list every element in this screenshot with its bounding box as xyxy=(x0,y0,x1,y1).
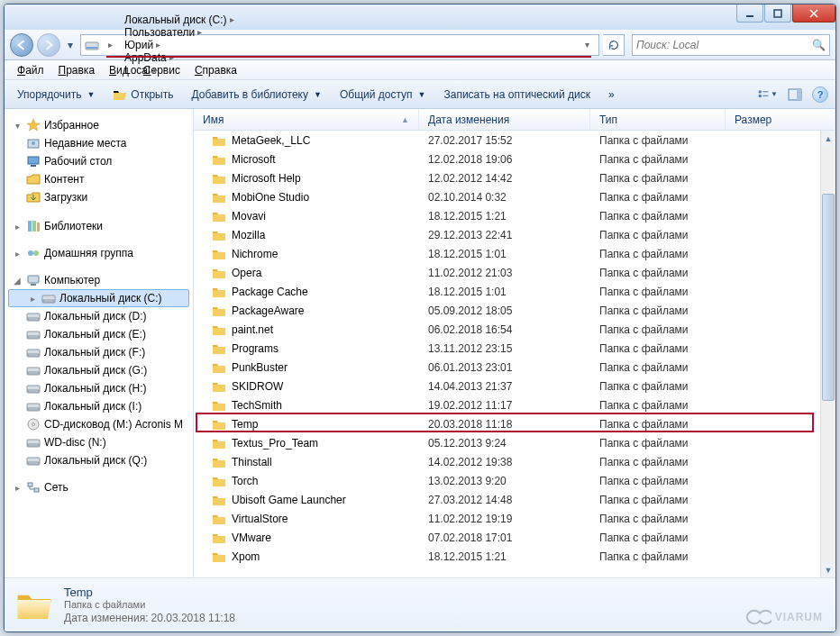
breadcrumb-root-sep[interactable]: ▸ xyxy=(101,35,120,55)
folder-icon xyxy=(212,456,226,468)
fav-icon xyxy=(26,154,41,168)
share-button[interactable]: Общий доступ▼ xyxy=(334,86,432,104)
sidebar-drive-9[interactable]: Локальный диск (Q:) xyxy=(5,451,193,469)
drive-icon xyxy=(26,327,41,341)
refresh-button[interactable] xyxy=(603,34,625,56)
table-row[interactable]: MobiOne Studio02.10.2014 0:32Папка с фай… xyxy=(194,187,835,206)
close-button[interactable] xyxy=(792,5,835,23)
column-headers: Имя▲ Дата изменения Тип Размер xyxy=(194,109,835,131)
table-row[interactable]: Package Cache18.12.2015 1:01Папка с файл… xyxy=(194,282,835,301)
help-button[interactable]: ? xyxy=(812,86,828,103)
file-list[interactable]: MetaGeek,_LLC27.02.2017 15:52Папка с фай… xyxy=(194,131,835,577)
sidebar-fav-3[interactable]: Загрузки xyxy=(5,188,193,206)
table-row[interactable]: Ubisoft Game Launcher27.03.2012 14:48Пап… xyxy=(194,490,835,509)
sidebar-favorites[interactable]: ▾Избранное xyxy=(5,116,193,134)
open-button[interactable]: Открыть xyxy=(107,86,178,104)
forward-button[interactable] xyxy=(37,33,60,57)
preview-pane-button[interactable] xyxy=(785,85,805,104)
col-name[interactable]: Имя▲ xyxy=(194,109,419,130)
table-row[interactable]: Mozilla29.12.2013 22:41Папка с файлами xyxy=(194,225,835,244)
add-to-library-button[interactable]: Добавить в библиотеку▼ xyxy=(186,86,326,104)
table-row[interactable]: VirtualStore11.02.2012 19:19Папка с файл… xyxy=(194,509,835,528)
sidebar-drive-4[interactable]: Локальный диск (G:) xyxy=(5,361,193,379)
folder-icon xyxy=(212,153,226,166)
col-type[interactable]: Тип xyxy=(590,109,726,130)
table-row[interactable]: MetaGeek,_LLC27.02.2017 15:52Папка с фай… xyxy=(194,131,835,150)
breadcrumb-3[interactable]: AppData▸ xyxy=(120,51,242,64)
table-row[interactable]: Xpom18.12.2015 1:21Папка с файлами xyxy=(194,547,835,566)
table-row[interactable]: Microsoft Help12.02.2012 14:42Папка с фа… xyxy=(194,168,835,187)
svg-point-18 xyxy=(33,250,39,256)
sidebar-drive-1[interactable]: Локальный диск (D:) xyxy=(5,307,193,325)
history-dropdown[interactable]: ▾ xyxy=(64,35,77,55)
sidebar-drive-2[interactable]: Локальный диск (E:) xyxy=(5,325,193,343)
menu-правка[interactable]: Правка xyxy=(53,62,101,78)
breadcrumb-2[interactable]: Юрий▸ xyxy=(120,39,242,51)
svg-point-36 xyxy=(32,423,35,426)
col-date[interactable]: Дата изменения xyxy=(419,109,590,130)
folder-open-icon xyxy=(113,88,127,101)
drive-icon xyxy=(26,435,41,450)
libraries-icon xyxy=(26,219,41,233)
sidebar-libraries[interactable]: ▸Библиотеки xyxy=(5,217,193,235)
sidebar-fav-1[interactable]: Рабочий стол xyxy=(5,152,193,170)
sidebar-fav-2[interactable]: Контент xyxy=(5,170,193,188)
folder-icon xyxy=(212,399,226,412)
svg-rect-22 xyxy=(43,300,54,302)
toolbar-overflow[interactable]: » xyxy=(603,86,620,104)
svg-point-17 xyxy=(28,250,33,256)
table-row[interactable]: PunkBuster06.01.2013 23:01Папка с файлам… xyxy=(194,358,835,377)
sidebar-drive-5[interactable]: Локальный диск (H:) xyxy=(5,379,193,397)
table-row[interactable]: Temp20.03.2018 11:18Папка с файлами xyxy=(194,414,835,433)
table-row[interactable]: Textus_Pro_Team05.12.2013 9:24Папка с фа… xyxy=(194,433,835,452)
scroll-down[interactable]: ▼ xyxy=(821,562,835,577)
folder-icon xyxy=(212,248,226,260)
details-pane: Temp Папка с файлами Дата изменения: 20.… xyxy=(5,577,835,631)
breadcrumb-1[interactable]: Пользователи▸ xyxy=(120,26,242,39)
sidebar-computer[interactable]: ◢Компьютер xyxy=(5,271,193,289)
table-row[interactable]: Nichrome18.12.2015 1:01Папка с файлами xyxy=(194,244,835,263)
scroll-up[interactable]: ▲ xyxy=(821,131,835,146)
maximize-button[interactable] xyxy=(764,5,791,23)
sidebar-drive-7[interactable]: CD-дисковод (M:) Acronis M xyxy=(5,415,193,433)
table-row[interactable]: Opera11.02.2012 21:03Папка с файлами xyxy=(194,263,835,282)
menu-файл[interactable]: Файл xyxy=(12,62,50,78)
burn-button[interactable]: Записать на оптический диск xyxy=(438,86,596,104)
table-row[interactable]: Movavi18.12.2015 1:21Папка с файлами xyxy=(194,206,835,225)
back-button[interactable] xyxy=(10,33,33,57)
breadcrumb-4[interactable]: Local▸ xyxy=(120,64,242,77)
scrollbar[interactable]: ▲ ▼ xyxy=(820,131,835,577)
table-row[interactable]: VMware07.02.2018 17:01Папка с файлами xyxy=(194,528,835,547)
table-row[interactable]: SKIDROW14.04.2013 21:37Папка с файлами xyxy=(194,377,835,395)
address-dropdown[interactable]: ▾ xyxy=(578,35,597,55)
sidebar-fav-0[interactable]: Недавние места xyxy=(5,134,193,152)
minimize-button[interactable] xyxy=(736,5,763,23)
table-row[interactable]: Microsoft12.02.2018 19:06Папка с файлами xyxy=(194,150,835,168)
sidebar-drive-8[interactable]: WD-disc (N:) xyxy=(5,433,193,451)
svg-rect-19 xyxy=(28,276,39,283)
organize-button[interactable]: Упорядочить▼ xyxy=(12,86,100,104)
address-bar[interactable]: ▸ Локальный диск (C:)▸Пользователи▸Юрий▸… xyxy=(80,34,599,56)
sidebar-drive-3[interactable]: Локальный диск (F:) xyxy=(5,343,193,361)
view-options-button[interactable]: ▼ xyxy=(758,85,778,104)
breadcrumb-0[interactable]: Локальный диск (C:)▸ xyxy=(120,14,242,26)
table-row[interactable]: Programs13.11.2012 23:15Папка с файлами xyxy=(194,339,835,358)
col-size[interactable]: Размер xyxy=(726,109,835,130)
table-row[interactable]: TechSmith19.02.2012 11:17Папка с файлами xyxy=(194,395,835,414)
sidebar-homegroup[interactable]: ▸Домашняя группа xyxy=(5,244,193,262)
svg-rect-34 xyxy=(28,408,39,410)
sidebar-network[interactable]: ▸Сеть xyxy=(5,478,193,496)
search-input[interactable]: Поиск: Local 🔍 xyxy=(632,34,830,56)
drive-icon xyxy=(26,417,41,432)
table-row[interactable]: Torch13.02.2013 9:20Папка с файлами xyxy=(194,471,835,490)
drive-icon xyxy=(26,345,41,359)
sidebar-drive-0[interactable]: ▸Локальный диск (C:) xyxy=(8,289,189,307)
scroll-thumb[interactable] xyxy=(822,194,835,401)
table-row[interactable]: PackageAware05.09.2012 18:05Папка с файл… xyxy=(194,301,835,320)
svg-rect-14 xyxy=(28,221,32,232)
table-row[interactable]: Thinstall14.02.2012 19:38Папка с файлами xyxy=(194,452,835,471)
svg-rect-38 xyxy=(28,444,39,446)
sidebar-drive-6[interactable]: Локальный диск (I:) xyxy=(5,397,193,415)
table-row[interactable]: paint.net06.02.2018 16:54Папка с файлами xyxy=(194,320,835,339)
annotation-underline xyxy=(106,56,591,58)
